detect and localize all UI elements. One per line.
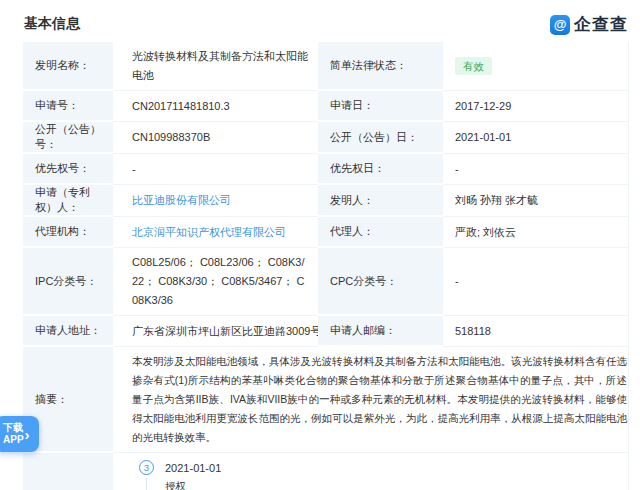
field-label-priority-date: 优先权日： bbox=[318, 154, 443, 185]
field-label-timeline bbox=[23, 453, 113, 490]
field-label-agents: 代理人： bbox=[318, 217, 443, 248]
field-value-application-date: 2017-12-29 bbox=[443, 91, 628, 122]
download-badge-line1: 下载 bbox=[3, 422, 24, 434]
field-label-priority-number: 优先权号： bbox=[23, 154, 113, 185]
field-label-publication-number: 公开（公告）号： bbox=[23, 122, 113, 154]
field-label-inventors: 发明人： bbox=[318, 185, 443, 217]
field-value-publication-number: CN109988370B bbox=[113, 122, 318, 154]
table-row: 申请人地址： 广东省深圳市坪山新区比亚迪路3009号 申请人邮编： 518118 bbox=[23, 316, 628, 347]
field-value-agency: 北京润平知识产权代理有限公司 bbox=[113, 217, 318, 248]
timeline-date: 2021-01-01 bbox=[165, 462, 221, 474]
field-value-agents: 严政; 刘依云 bbox=[443, 217, 628, 248]
field-label-invention-name: 发明名称： bbox=[23, 42, 113, 91]
table-row-abstract: 摘要： 本发明涉及太阳能电池领域，具体涉及光波转换材料及其制备方法和太阳能电池。… bbox=[23, 347, 628, 453]
table-row: IPC分类号： C08L25/06； C08L23/06； C08K3/22； … bbox=[23, 248, 628, 316]
field-label-postcode: 申请人邮编： bbox=[318, 316, 443, 347]
agency-link[interactable]: 北京润平知识产权代理有限公司 bbox=[132, 223, 286, 242]
field-value-applicant: 比亚迪股份有限公司 bbox=[113, 185, 318, 217]
legal-timeline: 3 2021-01-01 授权 2 2019-08-30 bbox=[113, 453, 628, 490]
field-value-inventors: 刘旸 孙翔 张才毓 bbox=[443, 185, 628, 217]
field-value-priority-number: - bbox=[113, 154, 318, 185]
field-label-application-date: 申请日： bbox=[318, 91, 443, 122]
abstract-text: 本发明涉及太阳能电池领域，具体涉及光波转换材料及其制备方法和太阳能电池。该光波转… bbox=[113, 347, 628, 453]
table-row: 申请（专利权）人： 比亚迪股份有限公司 发明人： 刘旸 孙翔 张才毓 bbox=[23, 185, 628, 217]
field-label-agency: 代理机构： bbox=[23, 217, 113, 248]
timeline-event-label: 授权 bbox=[146, 478, 628, 490]
field-value-application-number: CN201711481810.3 bbox=[113, 91, 318, 122]
field-value-ipc-codes: C08L25/06； C08L23/06； C08K3/22； C08K3/30… bbox=[113, 248, 318, 316]
field-value-priority-date: - bbox=[443, 154, 628, 185]
timeline-entry: 3 2021-01-01 bbox=[113, 460, 628, 475]
field-label-legal-status: 简单法律状态： bbox=[318, 42, 443, 91]
page-title: 基本信息 bbox=[24, 15, 80, 33]
field-value-invention-name: 光波转换材料及其制备方法和太阳能电池 bbox=[113, 42, 318, 91]
field-label-applicant-address: 申请人地址： bbox=[23, 316, 113, 347]
table-row: 优先权号： - 优先权日： - bbox=[23, 154, 628, 185]
patent-info-table: 发明名称： 光波转换材料及其制备方法和太阳能电池 简单法律状态： 有效 申请号：… bbox=[23, 42, 629, 490]
table-row: 申请号： CN201711481810.3 申请日： 2017-12-29 bbox=[23, 91, 628, 122]
field-label-applicant: 申请（专利权）人： bbox=[23, 185, 113, 217]
field-value-cpc: - bbox=[443, 248, 628, 316]
table-row-timeline: 3 2021-01-01 授权 2 2019-08-30 bbox=[23, 453, 628, 490]
table-row: 发明名称： 光波转换材料及其制备方法和太阳能电池 简单法律状态： 有效 bbox=[23, 42, 628, 91]
download-app-badge[interactable]: 下载 APP › bbox=[0, 416, 39, 452]
field-label-cpc: CPC分类号： bbox=[318, 248, 443, 316]
field-label-application-number: 申请号： bbox=[23, 91, 113, 122]
timeline-node-3-icon: 3 bbox=[139, 460, 154, 475]
brand-name: 企查查 bbox=[574, 13, 628, 36]
field-value-postcode: 518118 bbox=[443, 316, 628, 347]
applicant-company-link[interactable]: 比亚迪股份有限公司 bbox=[132, 191, 231, 210]
table-row: 代理机构： 北京润平知识产权代理有限公司 代理人： 严政; 刘依云 bbox=[23, 217, 628, 248]
table-row: 公开（公告）号： CN109988370B 公开（公告）日： 2021-01-0… bbox=[23, 122, 628, 154]
download-badge-line2: APP bbox=[3, 434, 24, 446]
brand-logo[interactable]: @ 企查查 bbox=[550, 13, 628, 36]
field-label-ipc: IPC分类号： bbox=[23, 248, 113, 316]
chevron-right-icon: › bbox=[25, 426, 30, 443]
field-label-publication-date: 公开（公告）日： bbox=[318, 122, 443, 154]
field-value-applicant-address: 广东省深圳市坪山新区比亚迪路3009号 bbox=[113, 316, 318, 347]
qichacha-logo-icon: @ bbox=[550, 15, 570, 35]
status-badge: 有效 bbox=[455, 57, 492, 75]
field-value-legal-status: 有效 bbox=[443, 42, 628, 91]
field-value-publication-date: 2021-01-01 bbox=[443, 122, 628, 154]
